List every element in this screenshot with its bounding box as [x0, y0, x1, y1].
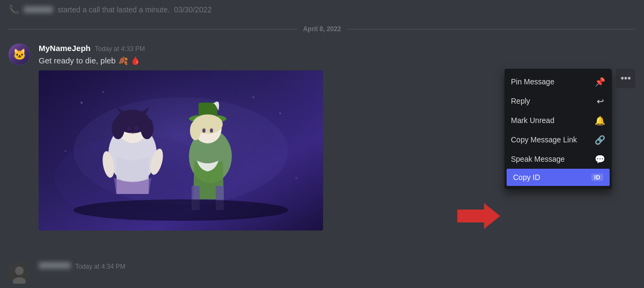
bottom-avatar [9, 262, 30, 284]
call-date: 03/30/2022 [174, 5, 211, 14]
svg-point-32 [15, 267, 24, 275]
call-notification: 📞 started a call that lasted a minute. 0… [0, 0, 644, 19]
copy-id-label: Copy ID [513, 173, 587, 182]
bottom-message-header: Today at 4:34 PM [39, 262, 635, 270]
id-badge-icon: ID [591, 174, 603, 181]
svg-point-29 [74, 199, 288, 221]
more-options-dots: ••• [621, 73, 631, 84]
speak-icon: 💬 [595, 154, 605, 164]
context-menu-item-copy-link[interactable]: Copy Message Link 🔗 [504, 130, 612, 149]
bottom-message-content: Today at 4:34 PM [39, 262, 635, 284]
context-menu-item-pin[interactable]: Pin Message 📌 [504, 72, 612, 91]
svg-point-28 [295, 177, 297, 179]
phone-icon: 📞 [9, 4, 19, 15]
username: MyNameJeph [39, 44, 91, 53]
call-text: started a call that lasted a minute. [57, 5, 170, 14]
more-options-button[interactable]: ••• [616, 69, 635, 88]
svg-point-7 [112, 118, 125, 139]
svg-point-26 [280, 113, 281, 114]
anime-scene-svg [39, 70, 323, 231]
caller-name-blurred [24, 6, 53, 13]
svg-point-25 [252, 96, 254, 98]
copy-link-label: Copy Message Link [511, 135, 590, 144]
context-menu-item-copy-id[interactable]: Copy ID ID [507, 169, 610, 186]
svg-marker-30 [457, 203, 500, 229]
bottom-message-group: Today at 4:34 PM [0, 258, 644, 288]
svg-point-22 [210, 128, 213, 133]
mark-unread-icon: 🔔 [595, 115, 605, 126]
svg-point-11 [127, 126, 130, 131]
message-image [39, 70, 323, 231]
separator-line-right [347, 29, 635, 30]
message-body: Get ready to die, pleb [39, 56, 115, 65]
context-menu: Pin Message 📌 Reply ↩ Mark Unread 🔔 Copy… [504, 69, 612, 189]
svg-point-21 [202, 128, 206, 133]
context-menu-item-reply[interactable]: Reply ↩ [504, 91, 612, 111]
speak-message-label: Speak Message [511, 155, 590, 163]
separator-line-left [9, 29, 297, 30]
red-arrow-indicator [457, 203, 500, 235]
svg-point-27 [64, 150, 67, 152]
date-separator: April 8, 2022 [0, 21, 644, 37]
message-emojis: 🍂 🩸 [118, 56, 141, 65]
message-text: Get ready to die, pleb 🍂 🩸 [39, 55, 635, 66]
context-menu-item-speak[interactable]: Speak Message 💬 [504, 149, 612, 169]
svg-point-23 [80, 102, 83, 104]
chat-area: 📞 started a call that lasted a minute. 0… [0, 0, 644, 288]
mark-unread-label: Mark Unread [511, 116, 590, 125]
avatar-image [9, 44, 30, 65]
svg-point-12 [135, 126, 138, 131]
pin-icon: 📌 [595, 76, 605, 87]
avatar [9, 44, 30, 65]
link-icon: 🔗 [595, 134, 605, 145]
bottom-username-blurred [39, 262, 71, 269]
svg-point-20 [190, 121, 201, 140]
message-timestamp: Today at 4:33 PM [95, 45, 145, 53]
pin-message-label: Pin Message [511, 77, 590, 86]
message-header: MyNameJeph Today at 4:33 PM [39, 44, 635, 53]
svg-point-8 [141, 118, 153, 139]
reply-label: Reply [511, 97, 590, 105]
date-separator-text: April 8, 2022 [297, 25, 348, 33]
bottom-message-timestamp: Today at 4:34 PM [75, 263, 125, 270]
svg-point-24 [103, 91, 104, 93]
reply-icon: ↩ [595, 96, 605, 106]
context-menu-item-mark-unread[interactable]: Mark Unread 🔔 [504, 111, 612, 130]
